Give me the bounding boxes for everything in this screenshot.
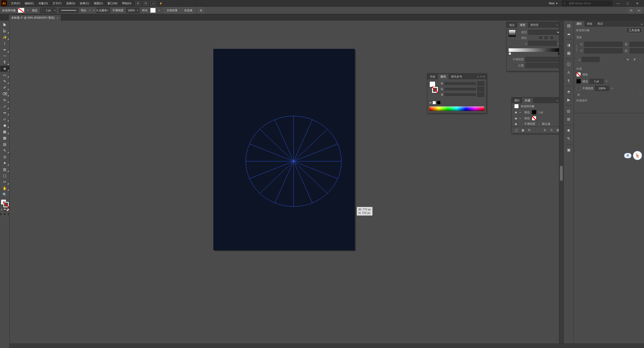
chevron-down-icon[interactable]: ⌃ <box>40 9 43 12</box>
row-stroke-weight[interactable]: 1 pt <box>538 111 543 114</box>
appearance-panel[interactable]: 属性 外观 » ≡ 未选择对象 ◉ ▸ 描边 1 pt ◉ ▸ 填色 <box>511 97 563 134</box>
chevron-down-icon[interactable]: ▾ <box>107 9 110 12</box>
graphic-style-swatch[interactable] <box>150 8 156 13</box>
opacity-link[interactable]: 不透明度 <box>112 9 124 12</box>
window-close[interactable]: ✕ <box>633 2 641 5</box>
new-stroke-icon[interactable]: ▣ <box>520 128 525 132</box>
tab-properties[interactable]: 属性 <box>574 21 584 27</box>
strip-libraries-icon[interactable]: ☁ <box>565 30 572 37</box>
magic-wand-tool[interactable]: ✨ <box>0 34 9 40</box>
stroke-weight-input[interactable] <box>43 9 53 12</box>
input-x[interactable] <box>584 42 623 47</box>
menu-file[interactable]: 文件(F) <box>9 1 22 6</box>
color-mode-none[interactable] <box>7 209 9 211</box>
strip-symbol-icon[interactable]: ✱ <box>565 127 572 134</box>
stroke-weight-input[interactable] <box>590 80 603 83</box>
swatch-white[interactable] <box>432 101 436 104</box>
strip-brush-icon[interactable]: ✎ <box>565 135 572 142</box>
assistant-pill[interactable]: 类 <box>624 153 631 158</box>
assistant-widget[interactable]: 类 🦌 <box>624 151 642 160</box>
visibility-icon[interactable]: ◉ <box>514 111 518 114</box>
fx-icon[interactable]: fx <box>576 93 581 96</box>
opacity-swatch[interactable] <box>576 86 581 91</box>
add-effect-icon[interactable]: fx <box>527 128 532 132</box>
mesh-tool[interactable]: ▦ <box>0 135 9 141</box>
polar-grid-shape[interactable] <box>245 115 342 207</box>
style-link[interactable]: 样式 <box>142 9 148 12</box>
collapse-icon[interactable]: « <box>477 75 479 78</box>
assistant-icon[interactable]: 🦌 <box>633 151 642 160</box>
horizontal-scrollbar[interactable] <box>10 343 644 348</box>
rotate-tool[interactable]: ↻ <box>0 97 9 103</box>
rectangle-tool[interactable]: ▭ <box>0 72 9 78</box>
arrange-icon[interactable]: ▭ <box>150 1 156 6</box>
symbol-sprayer-tool[interactable]: ✷ <box>0 160 9 166</box>
visibility-icon[interactable]: ◉ <box>514 122 518 126</box>
brush-input[interactable] <box>97 9 107 12</box>
tab-artboards[interactable]: 画板 <box>584 21 595 27</box>
opacity-stepper[interactable] <box>595 86 609 91</box>
tab-appearance[interactable]: 外观 <box>522 98 533 103</box>
swatch-black[interactable] <box>437 101 440 104</box>
value-b[interactable] <box>477 92 484 97</box>
eraser-tool[interactable]: ⌫ <box>0 91 9 97</box>
fill-swatch[interactable] <box>576 72 581 77</box>
panel-toggle-icon[interactable]: ⊟ <box>628 8 634 13</box>
color-mode-gradient[interactable] <box>4 209 6 211</box>
stroke-weight-stepper[interactable]: ⌃ ▾ <box>40 8 57 13</box>
document-tab[interactable]: 未标题-1* @ 50% (RGB/GPU 预览) × <box>9 15 61 21</box>
draw-behind[interactable] <box>3 212 7 216</box>
strip-swatches-icon[interactable]: ▦ <box>565 50 572 57</box>
gradient-stop-start[interactable] <box>509 52 511 55</box>
strip-char-icon[interactable]: A <box>565 69 572 76</box>
tab-stroke[interactable]: 描边 <box>507 22 517 28</box>
selection-tool[interactable] <box>0 22 9 28</box>
stroke-apply-along[interactable] <box>544 36 548 40</box>
color-mode-solid[interactable] <box>1 209 3 211</box>
type-tool[interactable]: T <box>0 59 9 65</box>
direct-selection-tool[interactable] <box>0 28 9 34</box>
menu-window[interactable]: 窗口(W) <box>105 1 119 6</box>
row-opacity-val[interactable]: 默认值 <box>542 122 550 126</box>
gradient-type-select[interactable] <box>528 30 560 35</box>
lasso-tool[interactable]: ⌇ <box>0 41 9 47</box>
strip-action-icon[interactable]: ▶ <box>565 96 572 103</box>
color-spectrum[interactable] <box>429 106 484 111</box>
panel-expand-icon[interactable]: ▸| <box>636 8 642 13</box>
column-graph-tool[interactable]: ▥ <box>0 166 9 172</box>
fill-swatch[interactable] <box>18 8 24 13</box>
menu-effect[interactable]: 效果(C) <box>78 1 91 6</box>
close-icon[interactable]: × <box>480 75 482 78</box>
strip-link-icon[interactable]: ⬘ <box>565 88 572 95</box>
preferences-button[interactable]: 首选项 <box>182 8 195 13</box>
slice-tool[interactable]: ✂ <box>0 179 9 185</box>
value-g[interactable] <box>477 87 484 91</box>
menu-object[interactable]: 对象(O) <box>36 1 50 6</box>
gradient-location-input[interactable] <box>525 63 560 68</box>
more-options-icon[interactable]: ⋯ <box>639 58 641 61</box>
canvas[interactable]: W: 772 px H: 722 px 色板 颜色 颜色参考 « × ≡ <box>10 21 564 348</box>
reference-point[interactable] <box>576 45 577 52</box>
free-transform-tool[interactable]: ▱ <box>0 116 9 122</box>
collapse-icon[interactable]: » <box>557 99 558 102</box>
gpu-icon[interactable]: ⚡ <box>158 1 164 6</box>
menu-view[interactable]: 视图(V) <box>92 1 105 6</box>
artboard-tool[interactable]: ▢ <box>0 173 9 179</box>
stroke-profile[interactable] <box>59 8 79 13</box>
opacity-input[interactable] <box>126 9 136 12</box>
tab-gradient[interactable]: 渐变 <box>517 22 528 28</box>
bridge-icon[interactable]: Br <box>135 1 141 6</box>
hand-tool[interactable]: ✋ <box>0 185 9 191</box>
tab-properties-mini[interactable]: 属性 <box>512 98 522 103</box>
curvature-tool[interactable]: 〰 <box>0 53 9 59</box>
fill-stroke-control[interactable] <box>0 199 9 208</box>
tab-color-guide[interactable]: 颜色参考 <box>449 74 465 79</box>
strip-asset-icon[interactable]: ▣ <box>565 146 572 153</box>
strip-info-icon[interactable]: ⓘ <box>565 61 572 68</box>
menu-help[interactable]: 帮助(H) <box>120 1 133 6</box>
slider-g[interactable] <box>445 88 476 90</box>
input-w[interactable] <box>630 42 644 47</box>
scale-tool[interactable]: ⤢ <box>0 103 9 109</box>
more-options-icon[interactable]: ⋯ <box>639 93 641 96</box>
stroke-weight-stepper[interactable] <box>589 79 603 84</box>
